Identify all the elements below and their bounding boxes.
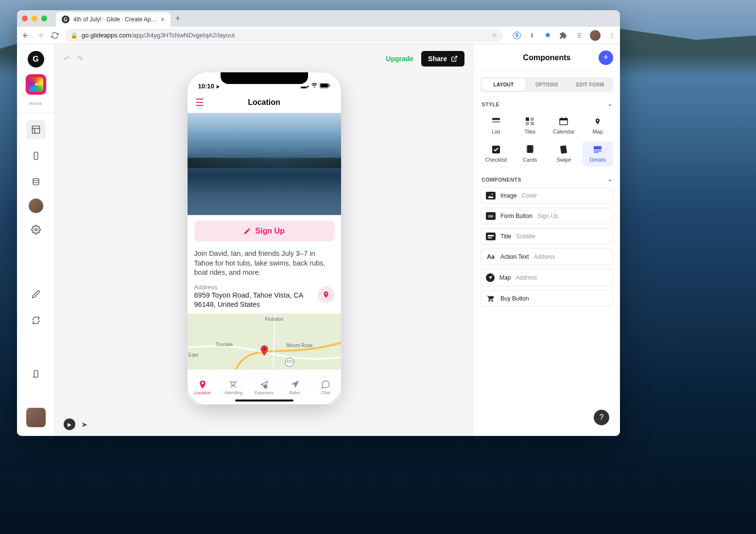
chevron-down-icon: ⌄ [608,176,612,183]
svg-rect-36 [488,237,492,238]
style-cards[interactable]: Cards [515,141,546,167]
style-list[interactable]: List [481,113,512,138]
share-button[interactable]: Share [421,51,464,67]
svg-rect-30 [594,146,601,150]
app-frame: G ROWS ↶ ↷ Upgrade [17,44,620,436]
layout-tab-icon[interactable] [26,120,46,139]
svg-rect-26 [527,145,533,153]
device-icon[interactable] [26,146,46,166]
play-button[interactable]: ▶ [64,418,75,430]
chevron-down-icon: ⌄ [608,101,612,107]
status-time: 10:10 ➤ [198,83,220,90]
add-screen-icon[interactable] [26,365,46,384]
tab-close-icon[interactable]: × [160,16,164,23]
svg-rect-22 [560,118,567,120]
browser-tab[interactable]: G 4th of July! · Glide · Create Ap… × [56,12,171,27]
address-block: Address 6959 Toyon Road, Tahoe Vista, CA… [188,283,341,314]
svg-rect-17 [526,117,529,121]
style-tiles[interactable]: Tiles [515,113,546,138]
seg-options[interactable]: OPTIONS [525,79,568,91]
url-text: go.glideapps.com/app/Jt4yg3HTsNwNDvgeIqA… [82,32,235,39]
comp-image[interactable]: ImageCover [481,187,613,204]
ext-icon-1[interactable]: 0 [513,32,521,39]
url-field[interactable]: 🔒 go.glideapps.com/app/Jt4yg3HTsNwNDvgeI… [65,29,503,42]
glide-logo[interactable]: G [28,51,44,67]
address-text: 6959 Toyon Road, Tahoe Vista, CA 96148, … [194,291,311,309]
seg-edit-form[interactable]: EDIT FORM [568,79,612,91]
comp-form-button[interactable]: OKForm ButtonSign Up [481,208,613,224]
reload-button[interactable] [50,31,60,40]
home-indicator [235,400,293,401]
sync-icon[interactable] [26,311,46,330]
extensions-icon[interactable] [559,31,567,40]
seg-layout[interactable]: LAYOUT [482,79,525,91]
description-text: Join David, Ian, and friends July 3–7 in… [188,247,341,283]
undo-icon[interactable]: ↶ [64,54,70,64]
cart-icon [486,295,496,302]
extensions: 0 I ✱ ⋮ [513,30,616,41]
wifi-icon [311,83,318,90]
settings-icon[interactable] [26,220,46,239]
ext-icon-3[interactable]: ✱ [543,31,552,40]
upgrade-link[interactable]: Upgrade [386,55,413,63]
style-checklist[interactable]: Checklist [481,141,512,167]
redo-icon[interactable]: ↷ [77,54,83,64]
component-list: ImageCover OKForm ButtonSign Up TitleSub… [474,185,620,309]
new-tab-button[interactable]: + [175,14,181,24]
tab-chat[interactable]: Chat [310,370,341,404]
tab-location[interactable]: Location [188,370,218,404]
svg-rect-24 [565,117,566,119]
style-grid: List Tiles Calendar Map Checklist Cards … [474,110,620,173]
back-button[interactable] [21,31,31,40]
cover-image [188,113,341,215]
style-calendar[interactable]: Calendar [549,113,580,138]
svg-rect-4 [34,370,38,377]
app-icon[interactable] [26,74,46,95]
style-swipe[interactable]: Swipe [549,141,580,167]
add-component-button[interactable]: + [599,50,613,65]
star-icon[interactable]: ☆ [492,32,498,39]
map-pin-icon [258,344,271,357]
signup-button[interactable]: Sign Up [194,221,334,241]
window-close[interactable] [22,16,28,21]
style-section-head[interactable]: STYLE ⌄ [474,98,620,110]
hamburger-icon[interactable]: ☰ [195,97,204,108]
rows-label: ROWS [29,101,42,106]
style-details[interactable]: Details [582,141,613,167]
right-panel: Components + LAYOUT OPTIONS EDIT FORM ST… [473,44,620,436]
svg-rect-20 [531,122,534,125]
segment-tabs: LAYOUT OPTIONS EDIT FORM [481,77,613,92]
forward-button[interactable] [35,31,45,40]
svg-rect-7 [320,83,328,87]
profile-avatar[interactable] [590,30,601,41]
browser-menu-icon[interactable]: ⋮ [607,31,616,40]
image-icon [486,192,496,200]
style-map[interactable]: Map [582,113,613,138]
title-icon [486,233,496,240]
comp-buy-button[interactable]: Buy Button [481,290,613,307]
database-icon[interactable] [26,172,46,192]
svg-rect-32 [594,152,599,153]
user-avatar-icon[interactable] [29,199,43,213]
canvas: ↶ ↷ Upgrade Share 10:10 ➤ ▬▪ [55,44,473,436]
edit-icon[interactable] [26,284,46,304]
cursor-icon[interactable]: ➤ [81,420,87,429]
address-pin-icon[interactable] [318,286,334,303]
comp-action-text[interactable]: AaAction TextAddress [481,249,613,265]
left-rail: G ROWS [17,44,55,436]
comp-map[interactable]: MapAddress [481,269,613,286]
window-maximize[interactable] [41,16,47,21]
window-minimize[interactable] [32,16,37,21]
url-bar: 🔒 go.glideapps.com/app/Jt4yg3HTsNwNDvgeI… [17,27,620,44]
comp-title[interactable]: TitleSubtitle [481,228,613,245]
help-button[interactable]: ? [594,410,609,425]
svg-rect-28 [533,146,534,152]
user-corner-avatar[interactable] [26,408,46,427]
map-label: Eder [189,352,199,358]
svg-rect-31 [594,150,601,151]
ext-icon-2[interactable]: I [528,31,536,40]
svg-point-3 [34,229,37,231]
ext-icon-5[interactable] [574,31,583,40]
components-section-head[interactable]: COMPONENTS ⌄ [474,173,620,185]
svg-point-34 [492,194,493,195]
